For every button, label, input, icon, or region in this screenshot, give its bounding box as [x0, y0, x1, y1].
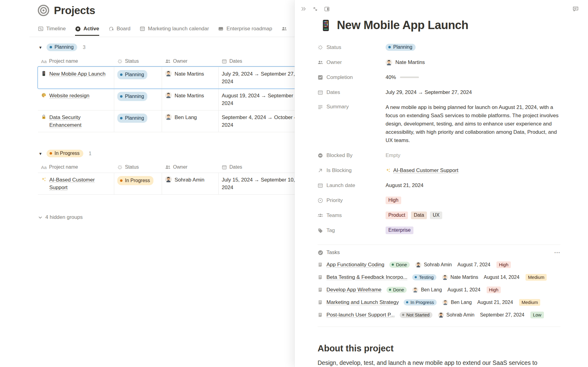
task-date: September 27, 2024 — [480, 312, 524, 318]
owner-cell[interactable]: Sohrab Amin — [162, 173, 219, 194]
check-circle-icon — [318, 250, 323, 256]
status-cell[interactable]: Planning — [114, 89, 162, 110]
property-tag[interactable]: Tag Enterprise — [318, 223, 560, 238]
property-blocked-by[interactable]: Blocked By Empty — [318, 148, 560, 163]
task-title-link[interactable]: Develop App Wireframe — [326, 287, 382, 293]
property-status[interactable]: Status Planning — [318, 40, 560, 55]
project-name-cell[interactable]: New Mobile App Launch — [38, 67, 114, 88]
property-dates[interactable]: Dates July 29, 2024 → September 27, 2024 — [318, 85, 560, 100]
people-icon — [318, 60, 323, 65]
mobile-phone-icon[interactable] — [319, 19, 332, 32]
table-row[interactable]: Data Security Enhancement Planning Ben L… — [38, 110, 311, 132]
text-lines-icon — [318, 104, 323, 110]
column-header-owner[interactable]: Owner — [162, 56, 219, 67]
tab-enterprise-roadmap[interactable]: Enterprise roadmap — [218, 26, 272, 36]
avatar — [415, 262, 421, 268]
task-status: Done — [396, 262, 407, 267]
table-row[interactable]: New Mobile App Launch Planning Nate Mart… — [38, 67, 311, 88]
avatar — [165, 92, 172, 99]
palette-icon — [41, 92, 47, 98]
project-name-cell[interactable]: AI-Based Customer Support — [38, 173, 114, 194]
table-row[interactable]: Website redesign Planning Nate Martins A… — [38, 88, 311, 110]
task-page-icon — [318, 275, 323, 280]
status-cell[interactable]: Planning — [114, 67, 162, 88]
group-pill-in-progress[interactable]: In Progress — [47, 150, 83, 157]
owner-name: Ben Lang — [175, 114, 197, 121]
related-project-link[interactable]: AI-Based Customer Support — [386, 167, 458, 174]
collapse-triangle-icon[interactable]: ▾ — [38, 45, 43, 50]
status-burst-icon — [117, 59, 123, 64]
tab-marketing-launch-calendar[interactable]: Marketing launch calendar — [140, 26, 209, 36]
side-peek-layout-button[interactable] — [323, 5, 330, 13]
status-cell[interactable]: Planning — [114, 110, 162, 132]
column-header-owner[interactable]: Owner — [162, 162, 219, 173]
timeline-icon — [38, 26, 43, 32]
task-title-link[interactable]: Post-launch User Support P... — [326, 312, 395, 318]
panel-title-row: New Mobile App Launch — [319, 19, 560, 32]
page-title[interactable]: New Mobile App Launch — [337, 19, 468, 32]
tab-board[interactable]: Board — [108, 26, 130, 36]
target-page-icon[interactable] — [37, 4, 50, 17]
tasks-title: Tasks — [326, 249, 340, 256]
property-owner[interactable]: Owner Nate Martins — [318, 55, 560, 70]
close-peek-button[interactable] — [300, 5, 307, 13]
owner-cell[interactable]: Nate Martins — [162, 67, 219, 88]
tab-active[interactable]: Active — [75, 26, 99, 36]
status-dot — [120, 73, 123, 76]
owner-cell[interactable]: Ben Lang — [162, 110, 219, 132]
more-options-button[interactable]: ••• — [554, 250, 560, 255]
avatar — [412, 287, 418, 293]
comments-button[interactable] — [572, 5, 579, 13]
property-is-blocking[interactable]: Is Blocking AI-Based Customer Support — [318, 163, 560, 178]
task-title-link[interactable]: App Functionality Coding — [326, 262, 384, 268]
text-type-icon: Aa — [41, 59, 47, 64]
tabs-divider — [29, 37, 295, 37]
column-header-name[interactable]: Aa Project name — [38, 56, 114, 67]
property-launch-date[interactable]: Launch date August 21, 2024 — [318, 178, 560, 193]
avatar — [165, 176, 172, 183]
project-name-link[interactable]: New Mobile App Launch — [49, 70, 105, 78]
column-header-status[interactable]: Status — [114, 162, 162, 173]
table-row[interactable]: AI-Based Customer Support In Progress So… — [38, 173, 311, 194]
task-row[interactable]: Beta Testing & Feedback Incorpo... Testi… — [318, 271, 560, 283]
project-name-link[interactable]: Data Security Enhancement — [49, 114, 111, 129]
database-icon — [218, 26, 224, 32]
chevron-down-icon — [38, 215, 43, 220]
task-row[interactable]: Marketing and Launch Strategy In Progres… — [318, 296, 560, 309]
task-row[interactable]: Post-launch User Support P... Not Starte… — [318, 309, 560, 321]
status-dot — [402, 314, 404, 316]
hidden-groups-label: 4 hidden groups — [45, 214, 83, 220]
tab-timeline[interactable]: Timeline — [38, 26, 66, 36]
hidden-groups-toggle[interactable]: 4 hidden groups — [38, 214, 83, 220]
tab-hidden-partial[interactable] — [281, 26, 287, 36]
collapse-triangle-icon[interactable]: ▾ — [38, 151, 43, 156]
property-label: Tag — [326, 227, 335, 234]
task-priority-tag: Low — [530, 312, 544, 318]
status-dot — [406, 301, 408, 303]
summary-text: A new mobile app is being planned for la… — [386, 103, 560, 144]
task-row[interactable]: Develop App Wireframe Done Ben Lang Augu… — [318, 283, 560, 296]
project-name-cell[interactable]: Website redesign — [38, 89, 114, 110]
expand-page-button[interactable] — [311, 5, 319, 13]
property-priority[interactable]: Priority High — [318, 193, 560, 208]
column-label: Project name — [49, 58, 78, 64]
column-label: Status — [125, 164, 139, 170]
column-label: Status — [125, 58, 139, 64]
task-title-link[interactable]: Beta Testing & Feedback Incorpo... — [326, 274, 407, 280]
owner-cell[interactable]: Nate Martins — [162, 89, 219, 110]
property-teams[interactable]: Teams Product Data UX — [318, 208, 560, 223]
property-completion[interactable]: Completion 40% — [318, 70, 560, 85]
column-header-status[interactable]: Status — [114, 56, 162, 67]
project-name-cell[interactable]: Data Security Enhancement — [38, 110, 114, 132]
project-name-link[interactable]: AI-Based Customer Support — [49, 176, 111, 191]
group-pill-planning[interactable]: Planning — [47, 43, 77, 51]
table-header-row: Aa Project name Status Owner — [38, 56, 311, 67]
property-summary[interactable]: Summary A new mobile app is being planne… — [318, 100, 560, 148]
property-label: Priority — [326, 197, 343, 204]
column-header-name[interactable]: Aa Project name — [38, 162, 114, 173]
project-name-link[interactable]: Website redesign — [49, 92, 89, 99]
task-row[interactable]: App Functionality Coding Done Sohrab Ami… — [318, 258, 560, 271]
tab-label: Marketing launch calendar — [148, 26, 209, 32]
task-title-link[interactable]: Marketing and Launch Strategy — [326, 299, 399, 305]
status-cell[interactable]: In Progress — [114, 173, 162, 194]
